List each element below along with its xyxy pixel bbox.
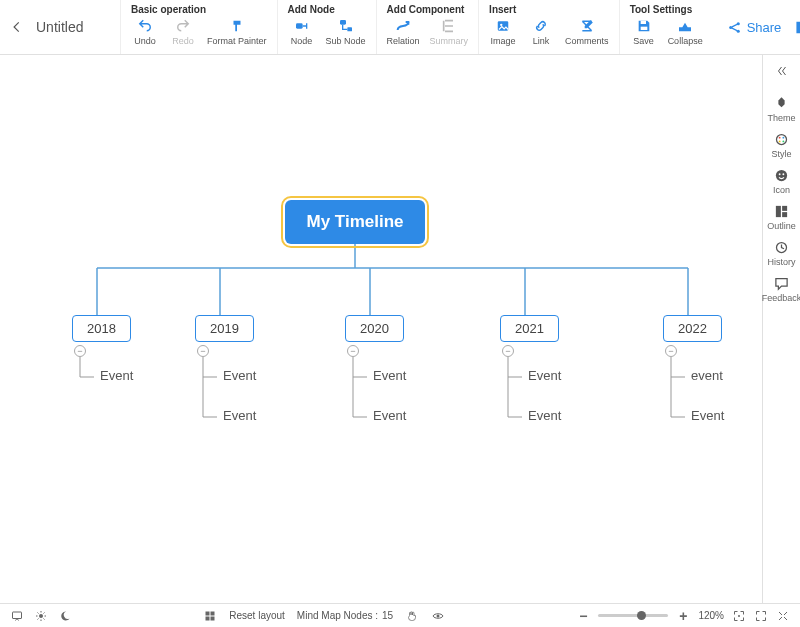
- event-node[interactable]: Event: [223, 408, 256, 423]
- back-icon[interactable]: [10, 20, 24, 34]
- tool-label: Comments: [565, 36, 609, 46]
- format-painter-button[interactable]: Format Painter: [207, 17, 267, 46]
- sidebar-label: History: [767, 257, 795, 267]
- node-icon: [293, 17, 311, 35]
- brightness-icon[interactable]: [34, 609, 48, 623]
- eye-icon[interactable]: [431, 609, 445, 623]
- svg-rect-5: [640, 21, 645, 24]
- svg-point-23: [39, 614, 43, 618]
- svg-rect-34: [206, 616, 210, 620]
- collapse-toggle[interactable]: −: [197, 345, 209, 357]
- event-node[interactable]: Event: [373, 368, 406, 383]
- tool-label: Relation: [387, 36, 420, 46]
- svg-point-12: [782, 136, 784, 138]
- hand-icon[interactable]: [405, 609, 419, 623]
- document-title[interactable]: Untitled: [36, 19, 83, 35]
- sub-node-button[interactable]: Sub Node: [326, 17, 366, 46]
- sidebar-label: Icon: [773, 185, 790, 195]
- svg-point-16: [779, 173, 781, 175]
- relation-button[interactable]: Relation: [387, 17, 420, 46]
- right-sidebar: ThemeStyleIconOutlineHistoryFeedback: [762, 55, 800, 603]
- layout-icon[interactable]: [203, 609, 217, 623]
- fit-icon[interactable]: [732, 609, 746, 623]
- link-button[interactable]: Link: [527, 17, 555, 46]
- statusbar-left: [10, 609, 72, 623]
- toolbar-groups: Basic operationUndoRedoFormat PainterAdd…: [120, 0, 713, 54]
- year-node-2022[interactable]: 2022: [663, 315, 722, 342]
- toolbar-group-basic-operation: Basic operationUndoRedoFormat Painter: [120, 0, 277, 54]
- collapse-toggle[interactable]: −: [347, 345, 359, 357]
- group-title: Add Node: [288, 4, 366, 15]
- share-button[interactable]: Share: [727, 20, 782, 35]
- year-node-2018[interactable]: 2018: [72, 315, 131, 342]
- event-node[interactable]: Event: [373, 408, 406, 423]
- sidebar-history[interactable]: History: [762, 235, 800, 271]
- sidebar-label: Outline: [767, 221, 796, 231]
- tool-label: Format Painter: [207, 36, 267, 46]
- statusbar-right: − + 120%: [576, 609, 790, 623]
- reset-layout-button[interactable]: Reset layout: [229, 610, 285, 621]
- canvas[interactable]: My Timeline 2018−Event2019−EventEvent202…: [0, 55, 762, 603]
- presentation-icon[interactable]: [10, 609, 24, 623]
- sidebar-outline[interactable]: Outline: [762, 199, 800, 235]
- svg-rect-6: [640, 27, 647, 30]
- fullscreen-icon[interactable]: [754, 609, 768, 623]
- event-node[interactable]: Event: [223, 368, 256, 383]
- collapse-toggle[interactable]: −: [74, 345, 86, 357]
- collapse-toggle[interactable]: −: [665, 345, 677, 357]
- svg-rect-35: [211, 616, 215, 620]
- svg-rect-19: [782, 205, 787, 210]
- redo-button: Redo: [169, 17, 197, 46]
- svg-point-37: [738, 615, 740, 617]
- svg-rect-20: [782, 212, 787, 217]
- tool-label: Redo: [172, 36, 194, 46]
- summary-icon: [440, 17, 458, 35]
- node-button[interactable]: Node: [288, 17, 316, 46]
- export-button[interactable]: Export: [795, 20, 800, 35]
- history-icon: [774, 239, 790, 255]
- collapse-toggle[interactable]: −: [502, 345, 514, 357]
- svg-point-11: [779, 136, 781, 138]
- expand-icon[interactable]: [776, 609, 790, 623]
- svg-point-17: [782, 173, 784, 175]
- year-node-2020[interactable]: 2020: [345, 315, 404, 342]
- sidebar-feedback[interactable]: Feedback: [762, 271, 800, 307]
- svg-rect-33: [211, 611, 215, 615]
- sidebar-icon[interactable]: Icon: [762, 163, 800, 199]
- sidebar-style[interactable]: Style: [762, 127, 800, 163]
- svg-rect-32: [206, 611, 210, 615]
- svg-rect-2: [347, 27, 352, 31]
- moon-icon[interactable]: [58, 609, 72, 623]
- svg-point-13: [779, 140, 781, 142]
- tool-label: Node: [291, 36, 313, 46]
- collapse-icon: [676, 17, 694, 35]
- svg-line-30: [38, 618, 39, 619]
- svg-point-10: [777, 134, 787, 144]
- event-node[interactable]: Event: [100, 368, 133, 383]
- root-node[interactable]: My Timeline: [285, 200, 425, 244]
- status-bar: Reset layout Mind Map Nodes : 15 − + 120…: [0, 603, 800, 627]
- year-node-2019[interactable]: 2019: [195, 315, 254, 342]
- event-node[interactable]: Event: [528, 408, 561, 423]
- subnode-icon: [337, 17, 355, 35]
- save-button[interactable]: Save: [630, 17, 658, 46]
- tool-label: Image: [491, 36, 516, 46]
- comments-icon: [578, 17, 596, 35]
- year-node-2021[interactable]: 2021: [500, 315, 559, 342]
- tool-label: Undo: [134, 36, 156, 46]
- sidebar-theme[interactable]: Theme: [762, 91, 800, 127]
- event-node[interactable]: Event: [528, 368, 561, 383]
- collapse-button[interactable]: Collapse: [668, 17, 703, 46]
- collapse-sidebar-icon[interactable]: [763, 63, 800, 79]
- zoom-out-icon[interactable]: −: [576, 609, 590, 623]
- comments-button[interactable]: Comments: [565, 17, 609, 46]
- event-node[interactable]: Event: [691, 408, 724, 423]
- image-button[interactable]: Image: [489, 17, 517, 46]
- svg-point-15: [776, 169, 787, 180]
- icon-icon: [774, 167, 790, 183]
- svg-rect-18: [776, 205, 781, 216]
- undo-button[interactable]: Undo: [131, 17, 159, 46]
- zoom-in-icon[interactable]: +: [676, 609, 690, 623]
- event-node[interactable]: event: [691, 368, 723, 383]
- zoom-slider[interactable]: [598, 614, 668, 617]
